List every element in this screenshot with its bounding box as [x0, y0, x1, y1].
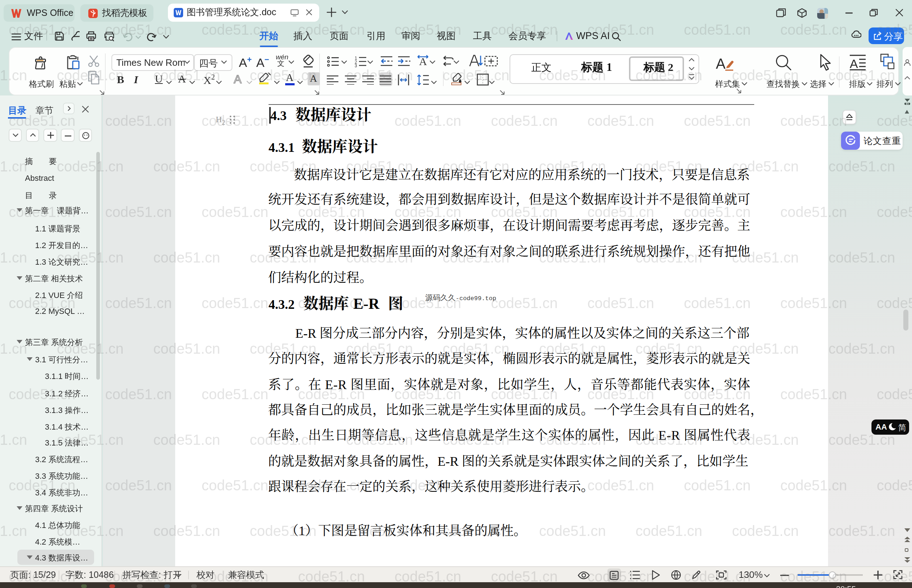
svg-text:3: 3 — [354, 63, 357, 67]
svg-text:A: A — [850, 57, 858, 71]
svg-text:A: A — [716, 56, 726, 72]
